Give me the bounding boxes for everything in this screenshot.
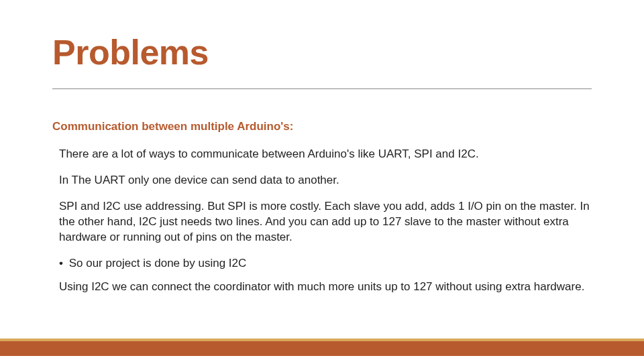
slide: Problems Communication between multiple …: [0, 0, 644, 362]
paragraph-3: SPI and I2C use addressing. But SPI is m…: [59, 199, 592, 245]
paragraph-2: In The UART only one device can send dat…: [59, 173, 592, 188]
slide-title: Problems: [52, 32, 209, 72]
footer-bar: [0, 341, 644, 356]
slide-body: Communication between multiple Arduino's…: [52, 119, 592, 295]
bullet-item: • So our project is done by using I2C: [59, 256, 592, 272]
bullet-dot-icon: •: [59, 257, 63, 269]
paragraph-1: There are a lot of ways to communicate b…: [59, 147, 592, 162]
bullet-text: So our project is done by using I2C: [69, 257, 247, 269]
paragraph-closing: Using I2C we can connect the coordinator…: [59, 280, 592, 295]
section-subheading: Communication between multiple Arduino's…: [52, 119, 592, 135]
title-underline: [52, 88, 592, 89]
